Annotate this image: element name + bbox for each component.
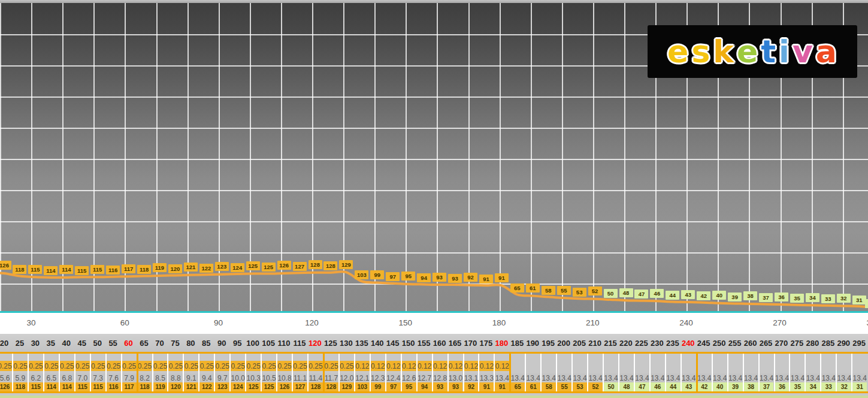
data-table: 2025303540455055606570758085909510010511…	[0, 334, 868, 398]
data-label: 91	[495, 273, 509, 282]
rate-cell: 0.25	[323, 361, 338, 371]
value-cell: 120	[167, 382, 183, 391]
rate-cell	[712, 361, 727, 371]
value-cell: 103	[354, 382, 370, 391]
empty-cell	[137, 354, 152, 361]
value-cell: 125	[261, 382, 276, 391]
value-cell: 121	[183, 382, 198, 391]
value-cell: 47	[634, 382, 649, 391]
empty-cell	[354, 354, 370, 361]
data-label: 92	[464, 273, 477, 282]
segment-divider	[696, 352, 698, 393]
cumulative-cell: 13.4	[540, 373, 556, 382]
cumulative-cell: 13.4	[587, 373, 603, 382]
cumulative-cell: 12.0	[338, 373, 354, 382]
data-label: 36	[775, 293, 788, 301]
cumulative-cell: 11.7	[323, 373, 338, 382]
column-header: 75	[167, 334, 183, 352]
value-cell: 52	[587, 382, 603, 391]
value-cell: 58	[540, 382, 556, 391]
rate-cell	[774, 361, 790, 371]
data-label: 46	[650, 289, 664, 298]
empty-cell	[261, 354, 276, 361]
value-cell: 126	[276, 382, 292, 391]
empty-cell	[805, 354, 820, 361]
rate-cell: 0.25	[90, 361, 105, 371]
column-header: 20	[0, 334, 12, 352]
empty-cell	[214, 354, 229, 361]
value-cell: 40	[712, 382, 727, 391]
rate-cell: 0.25	[276, 361, 292, 371]
column-header: 230	[649, 334, 665, 352]
column-header: 80	[183, 334, 198, 352]
value-cell: 114	[59, 382, 74, 391]
cumulative-cell: 13.4	[556, 373, 571, 382]
column-header: 145	[385, 334, 401, 352]
column-header: 55	[105, 334, 121, 352]
value-cell: 116	[105, 382, 121, 391]
column-header: 120	[307, 334, 323, 352]
column-header: 195	[540, 334, 556, 352]
rate-cell: 0.12	[354, 361, 370, 371]
rate-cell	[571, 361, 587, 371]
data-label: 94	[417, 273, 431, 282]
rate-cell: 0.25	[74, 361, 90, 371]
rate-cell: 0.25	[292, 361, 307, 371]
value-cell: 39	[727, 382, 743, 391]
cumulative-cell: 10.5	[261, 373, 276, 382]
data-label: 44	[666, 291, 679, 300]
cumulative-cell: 9.1	[183, 373, 198, 382]
data-label: 116	[106, 266, 120, 275]
value-cell: 44	[665, 382, 681, 391]
empty-cell	[12, 354, 28, 361]
logo-letter: i	[778, 36, 791, 67]
rate-cell: 0.25	[59, 361, 74, 371]
cumulative-cell: 13.4	[743, 373, 758, 382]
value-cell: 115	[90, 382, 105, 391]
column-header: 85	[198, 334, 214, 352]
empty-cell	[385, 354, 401, 361]
data-label: 123	[215, 262, 229, 271]
column-header: 180	[494, 334, 509, 352]
data-label: 93	[448, 274, 462, 283]
value-cell: 99	[370, 382, 385, 391]
rate-cell	[587, 361, 603, 371]
column-header: 25	[12, 334, 28, 352]
column-header: 260	[743, 334, 758, 352]
empty-cell	[603, 354, 618, 361]
x-axis-tick: 180	[492, 318, 506, 327]
rate-cell	[696, 361, 712, 371]
rate-cell: 0.12	[478, 361, 494, 371]
cumulative-cell: 9.7	[214, 373, 229, 382]
data-label: 127	[293, 262, 307, 271]
segment-divider	[323, 352, 325, 393]
column-header: 70	[152, 334, 168, 352]
empty-cell	[820, 354, 836, 361]
logo-letter: k	[712, 36, 736, 67]
data-label: 103	[355, 270, 368, 279]
cumulative-cell: 9.4	[198, 373, 214, 382]
clipped-data-label	[865, 299, 868, 308]
column-header: 30	[28, 334, 43, 352]
x-axis-tick: 150	[399, 318, 413, 327]
value-cell: 50	[603, 382, 618, 391]
cumulative-cell: 10.8	[276, 373, 292, 382]
empty-cell	[323, 354, 338, 361]
empty-cell	[152, 354, 168, 361]
empty-cell	[276, 354, 292, 361]
empty-cell	[494, 354, 509, 361]
empty-cell	[74, 354, 90, 361]
x-axis-tick: 90	[214, 318, 223, 327]
value-cell: 61	[525, 382, 540, 391]
column-header: 245	[696, 334, 712, 352]
value-cell: 114	[43, 382, 59, 391]
x-axis-tick: 60	[120, 318, 129, 327]
data-label: 43	[681, 290, 695, 299]
column-header: 135	[354, 334, 370, 352]
column-header: 250	[712, 334, 727, 352]
table-value-row: 1261181151141141151151161171181191201211…	[0, 382, 868, 391]
table-box-bottom-border	[0, 391, 868, 393]
data-label: 40	[712, 291, 726, 300]
value-cell: 33	[820, 382, 836, 391]
empty-cell	[105, 354, 121, 361]
